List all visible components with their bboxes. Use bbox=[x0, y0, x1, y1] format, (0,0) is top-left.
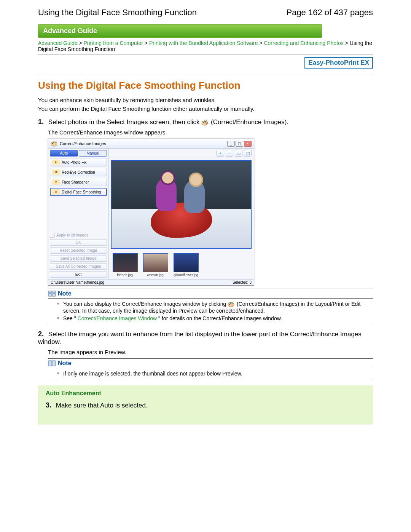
intro-paragraph-2: You can perform the Digital Face Smoothi… bbox=[38, 105, 373, 112]
window-sidebar: Auto Manual ✦ Auto Photo Fix 👁 Red-Eye C… bbox=[48, 149, 109, 279]
red-eye-icon: 👁 bbox=[52, 169, 60, 175]
close-button[interactable]: × bbox=[244, 141, 252, 147]
note-label: Note bbox=[58, 290, 72, 297]
correct-enhance-window: Correct/Enhance Images _ ▢ × Auto Manual bbox=[48, 139, 254, 286]
note-icon bbox=[48, 291, 56, 297]
svg-point-4 bbox=[206, 123, 207, 124]
apply-all-checkbox[interactable]: Apply to all images bbox=[50, 233, 107, 238]
note-text: You can also display the Correct/Enhance… bbox=[63, 301, 228, 307]
digital-face-smoothing-button[interactable]: ☺ Digital Face Smoothing bbox=[50, 188, 107, 196]
minimize-button[interactable]: _ bbox=[227, 141, 235, 147]
correct-enhance-window-link[interactable]: Correct/Enhance Images Window bbox=[78, 315, 157, 321]
step-text: Make sure that Auto is selected. bbox=[56, 402, 148, 409]
divider bbox=[38, 74, 373, 74]
note-header: Note bbox=[48, 358, 373, 368]
preview-image-placeholder bbox=[184, 180, 205, 213]
step-text: (Correct/Enhance Images). bbox=[211, 118, 288, 126]
note-list: You can also display the Correct/Enhance… bbox=[57, 301, 373, 321]
thumbnail-item[interactable]: friends.jpg bbox=[113, 253, 137, 277]
note-item: See " Correct/Enhance Images Window " fo… bbox=[57, 315, 373, 321]
maximize-button[interactable]: ▢ bbox=[236, 141, 243, 147]
step-text: Select photos in the Select Images scree… bbox=[48, 118, 202, 126]
thumbnail-strip: friends.jpg woman.jpg girlandflower.jpg bbox=[109, 251, 254, 279]
red-eye-correction-button[interactable]: 👁 Red-Eye Correction bbox=[50, 168, 107, 176]
step-2: 2. Select the image you want to enhance … bbox=[38, 330, 373, 379]
photo-fix-icon: ✦ bbox=[52, 160, 60, 165]
reset-selected-button[interactable]: Reset Selected Image bbox=[50, 247, 107, 254]
note-header: Note bbox=[48, 289, 373, 299]
save-all-corrected-button[interactable]: Save All Corrected Images bbox=[50, 263, 107, 270]
page-running-title: Using the Digital Face Smoothing Functio… bbox=[38, 8, 197, 18]
compare-icon[interactable]: ◫ bbox=[244, 150, 252, 157]
thumbnail-item[interactable]: girlandflower.jpg bbox=[174, 253, 198, 277]
face-sharpener-icon: ☺ bbox=[52, 179, 60, 185]
svg-point-20 bbox=[232, 305, 233, 306]
breadcrumb-sep: > bbox=[79, 40, 83, 46]
breadcrumb-sep: > bbox=[345, 40, 350, 46]
step-description: The Correct/Enhance Images window appear… bbox=[48, 129, 373, 136]
status-path: C:\Users\User Name\friends.jpg bbox=[51, 280, 104, 284]
breadcrumb-sep: > bbox=[259, 40, 264, 46]
face-sharpener-button[interactable]: ☺ Face Sharpener bbox=[50, 178, 107, 186]
window-title: Correct/Enhance Images bbox=[60, 141, 106, 146]
note-icon bbox=[48, 360, 56, 366]
breadcrumb-sep: > bbox=[145, 40, 149, 46]
fit-window-icon[interactable]: ▭ bbox=[235, 150, 242, 157]
page-number: Page 162 of 437 pages bbox=[286, 8, 373, 18]
step-1: 1. Select photos in the Select Images sc… bbox=[38, 118, 373, 324]
note-end-divider bbox=[48, 379, 373, 379]
palette-icon bbox=[51, 140, 58, 147]
step-description: The image appears in Preview. bbox=[48, 349, 373, 355]
apply-all-input[interactable] bbox=[50, 233, 55, 238]
note-label: Note bbox=[58, 360, 72, 367]
tab-auto[interactable]: Auto bbox=[50, 150, 78, 157]
window-statusbar: C:\Users\User Name\friends.jpg Selected:… bbox=[48, 279, 254, 285]
breadcrumb-advanced-guide[interactable]: Advanced Guide bbox=[38, 40, 78, 46]
intro-paragraph-1: You can enhance skin beautifully by remo… bbox=[38, 97, 373, 103]
ok-button[interactable]: OK bbox=[50, 239, 107, 246]
svg-point-19 bbox=[232, 303, 233, 304]
document-page: Using the Digital Face Smoothing Functio… bbox=[19, 0, 392, 447]
breadcrumb-bundled-software[interactable]: Printing with the Bundled Application So… bbox=[149, 40, 258, 46]
svg-point-2 bbox=[204, 121, 205, 122]
note-text: See " bbox=[63, 315, 76, 321]
tab-manual[interactable]: Manual bbox=[79, 150, 107, 157]
thumbnail-image bbox=[174, 253, 199, 272]
thumbnail-filename: woman.jpg bbox=[143, 273, 167, 277]
preview-toolbar: ＋ － ▭ ◫ bbox=[109, 149, 254, 158]
window-titlebar: Correct/Enhance Images _ ▢ × bbox=[48, 139, 254, 149]
zoom-out-icon[interactable]: － bbox=[226, 150, 233, 157]
button-label: Digital Face Smoothing bbox=[62, 190, 101, 194]
breadcrumb: Advanced Guide > Printing from a Compute… bbox=[38, 40, 373, 52]
zoom-in-icon[interactable]: ＋ bbox=[217, 150, 224, 157]
preview-area bbox=[111, 160, 252, 249]
button-label: Auto Photo Fix bbox=[62, 160, 87, 165]
thumbnail-item[interactable]: woman.jpg bbox=[143, 253, 167, 277]
breadcrumb-printing-computer[interactable]: Printing from a Computer bbox=[84, 40, 143, 46]
face-smoothing-icon: ☺ bbox=[52, 189, 60, 195]
save-selected-button[interactable]: Save Selected Image bbox=[50, 255, 107, 262]
note-end-divider bbox=[48, 324, 373, 324]
breadcrumb-correcting-photos[interactable]: Correcting and Enhancing Photos bbox=[264, 40, 343, 46]
status-selected-count: Selected: 3 bbox=[233, 280, 252, 284]
svg-point-1 bbox=[203, 122, 204, 123]
thumbnail-image bbox=[143, 253, 168, 272]
svg-point-9 bbox=[55, 142, 56, 143]
note-text: If only one image is selected, the thumb… bbox=[63, 371, 242, 377]
step-number: 2. bbox=[38, 330, 46, 338]
thumbnail-filename: girlandflower.jpg bbox=[174, 273, 198, 277]
note-item: You can also display the Correct/Enhance… bbox=[57, 301, 373, 314]
palette-icon bbox=[228, 301, 235, 308]
note-text: " for details on the Correct/Enhance Ima… bbox=[158, 315, 282, 321]
auto-enhancement-title: Auto Enhancement bbox=[46, 390, 365, 397]
auto-photo-fix-button[interactable]: ✦ Auto Photo Fix bbox=[50, 158, 107, 166]
auto-enhancement-section: Auto Enhancement 3. Make sure that Auto … bbox=[38, 385, 373, 425]
exit-button[interactable]: Exit bbox=[50, 271, 107, 278]
svg-rect-22 bbox=[52, 361, 56, 366]
palette-icon bbox=[201, 119, 209, 126]
svg-rect-21 bbox=[48, 361, 52, 366]
checkbox-label: Apply to all images bbox=[56, 233, 88, 237]
product-badge: Easy-PhotoPrint EX bbox=[304, 57, 373, 69]
thumbnail-image bbox=[113, 253, 138, 272]
svg-point-17 bbox=[229, 304, 230, 305]
